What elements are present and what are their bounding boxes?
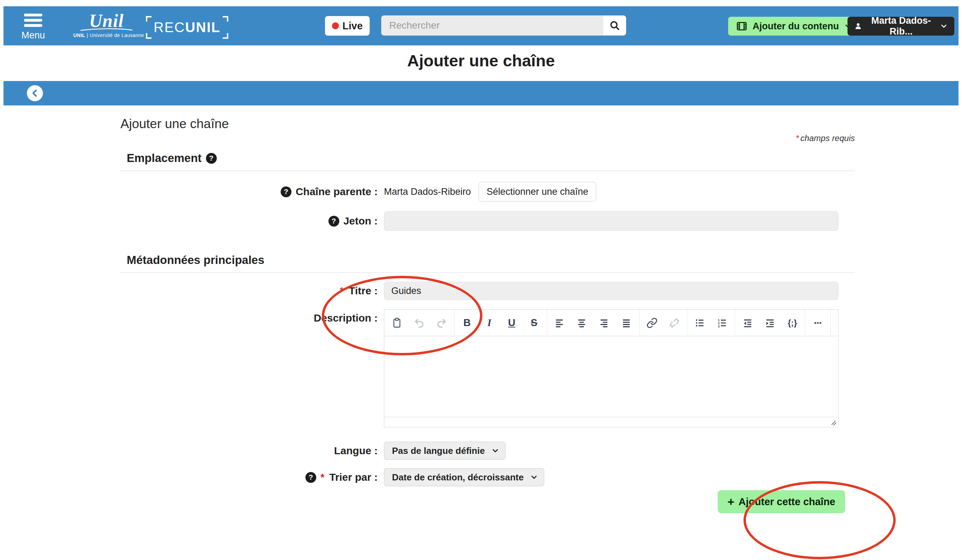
section-divider	[120, 272, 855, 273]
resize-grip-icon[interactable]	[830, 419, 837, 426]
unil-logo[interactable]: Unil UNIL | Université de Lausanne	[73, 12, 140, 39]
chevron-left-icon	[30, 88, 40, 98]
editor-statusbar	[384, 417, 838, 427]
help-icon[interactable]: ?	[328, 216, 339, 227]
chevron-down-icon	[491, 447, 499, 455]
underline-icon[interactable]: U	[500, 311, 523, 334]
plus-icon: +	[728, 496, 734, 508]
indent-icon[interactable]	[759, 311, 781, 334]
langue-row: Langue : Pas de langue définie	[120, 441, 855, 460]
user-icon	[854, 21, 862, 31]
paste-icon[interactable]	[386, 311, 408, 334]
search-icon	[609, 19, 621, 31]
page-title: Ajouter une chaîne	[0, 51, 962, 70]
back-button[interactable]	[27, 85, 43, 101]
trier-label: ? * Trier par :	[120, 471, 378, 483]
film-icon	[736, 20, 748, 32]
langue-label: Langue :	[120, 445, 378, 457]
bracket-corner	[223, 16, 228, 22]
section-divider	[120, 170, 855, 171]
section-title-metadata: Métadonnées principales	[127, 253, 855, 267]
toolbar-group: 123	[687, 310, 735, 336]
hamburger-icon	[24, 14, 42, 27]
add-chain-button[interactable]: + Ajouter cette chaîne	[718, 490, 845, 513]
chevron-down-icon	[939, 22, 948, 31]
align-right-icon[interactable]	[593, 311, 615, 334]
undo-icon[interactable]	[408, 311, 430, 334]
live-label: Live	[342, 20, 363, 32]
submit-row: + Ajouter cette chaîne	[120, 490, 855, 513]
search-button[interactable]	[603, 16, 626, 35]
toolbar-group: {;}	[735, 310, 805, 336]
bold-icon[interactable]: B	[456, 311, 478, 334]
required-fields-note: *champs requis	[120, 133, 855, 143]
titre-row: * Titre :	[120, 281, 855, 300]
italic-icon[interactable]: I	[478, 311, 500, 334]
code-icon[interactable]: {;}	[781, 311, 804, 334]
toolbar-group	[547, 310, 639, 336]
parent-chain-label: ? Chaîne parente :	[120, 186, 378, 198]
add-content-label: Ajouter du contenu	[752, 21, 839, 32]
toolbar-group	[805, 310, 831, 336]
svg-text:3: 3	[718, 324, 720, 328]
more-icon[interactable]	[807, 311, 829, 334]
outdent-icon[interactable]	[736, 311, 759, 334]
search-bar	[381, 15, 626, 36]
add-chain-label: Ajouter cette chaîne	[739, 496, 835, 508]
description-textarea[interactable]	[384, 336, 838, 417]
toolbar-group: BIUS	[455, 310, 547, 336]
list-ol-icon[interactable]: 123	[711, 311, 733, 334]
form-heading: Ajouter une chaîne	[120, 116, 855, 131]
chevron-down-icon	[530, 473, 538, 481]
description-editor: BIUS123{;}	[384, 309, 838, 427]
parent-chain-row: ? Chaîne parente : Marta Dados-Ribeiro S…	[120, 182, 855, 202]
bracket-corner	[223, 33, 228, 39]
jeton-label: ? Jeton :	[120, 215, 378, 227]
strikethrough-icon[interactable]: S	[523, 311, 545, 334]
menu-label: Menu	[21, 30, 45, 41]
redo-icon[interactable]	[430, 311, 453, 334]
align-center-icon[interactable]	[571, 311, 593, 334]
jeton-row: ? Jeton :	[120, 211, 855, 231]
live-button[interactable]: Live	[325, 16, 370, 36]
list-ul-icon[interactable]	[689, 311, 711, 334]
help-icon[interactable]: ?	[281, 186, 291, 197]
help-icon[interactable]: ?	[206, 153, 217, 164]
user-menu-button[interactable]: Marta Dados-Rib...	[847, 17, 954, 36]
bracket-corner	[146, 33, 152, 39]
description-label: Description :	[120, 309, 378, 324]
unil-script-text: Unil	[89, 11, 124, 31]
titre-input[interactable]	[384, 282, 838, 300]
unlink-icon[interactable]	[663, 311, 686, 334]
langue-select[interactable]: Pas de langue définie	[384, 442, 505, 460]
main-navbar: Menu Unil UNIL | Université de Lausanne …	[3, 6, 959, 45]
unil-caption: UNIL | Université de Lausanne	[73, 32, 144, 38]
parent-chain-value: Marta Dados-Ribeiro	[384, 186, 471, 197]
search-input[interactable]	[381, 16, 603, 35]
form-content: Ajouter une chaîne *champs requis Emplac…	[120, 112, 855, 513]
jeton-input[interactable]	[384, 211, 838, 231]
menu-button[interactable]: Menu	[18, 10, 49, 41]
toolbar-group	[639, 310, 687, 336]
description-row: Description : BIUS123{;}	[120, 309, 855, 427]
editor-toolbar: BIUS123{;}	[384, 310, 838, 336]
select-chain-button[interactable]: Sélectionner une chaîne	[479, 182, 596, 202]
trier-row: ? * Trier par : Date de création, décroi…	[120, 468, 855, 487]
recunil-text: RECUNIL	[153, 19, 221, 35]
help-icon[interactable]: ?	[305, 472, 316, 483]
add-content-button[interactable]: Ajouter du contenu	[728, 17, 860, 36]
titre-label: * Titre :	[120, 285, 378, 297]
page-root: Menu Unil UNIL | Université de Lausanne …	[0, 0, 962, 560]
recunil-logo[interactable]: RECUNIL	[146, 16, 228, 39]
align-left-icon[interactable]	[548, 311, 571, 334]
bracket-corner	[146, 16, 152, 22]
section-title-emplacement: Emplacement ?	[127, 152, 855, 165]
live-dot-icon	[332, 23, 339, 29]
link-icon[interactable]	[641, 311, 663, 334]
toolbar-group	[384, 310, 455, 336]
secondary-bar	[3, 81, 959, 105]
align-justify-icon[interactable]	[615, 311, 638, 334]
user-label: Marta Dados-Rib...	[867, 15, 936, 37]
trier-select[interactable]: Date de création, décroissante	[384, 468, 544, 486]
